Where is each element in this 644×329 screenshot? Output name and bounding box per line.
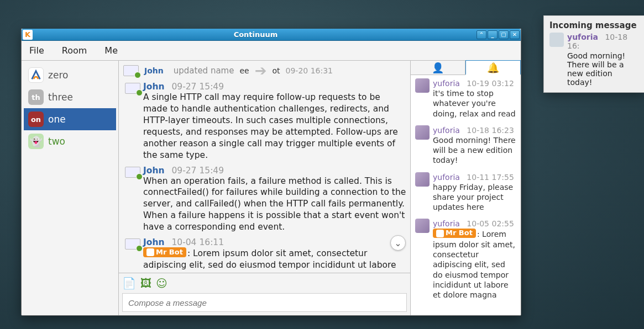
room-label: two xyxy=(48,136,112,147)
chevron-down-icon: ⌄ xyxy=(394,238,401,248)
message-list[interactable]: John updated name ee ➔ ot 09-20 16:31 Jo… xyxy=(119,61,410,273)
notification-text: Mr Bot: Lorem ipsum dolor sit amet, cons… xyxy=(433,229,516,300)
room-three[interactable]: th three xyxy=(24,86,116,108)
avatar xyxy=(415,172,430,187)
message-text: Mr Bot: Lorem ipsum dolor sit amet, cons… xyxy=(143,247,407,273)
bot-badge: Mr Bot xyxy=(143,247,186,257)
rooms-list: zero th three on one 👻 two xyxy=(22,61,119,315)
avatar-thumb xyxy=(125,167,140,178)
notification-text: it's time to stop whatever you're doing,… xyxy=(433,88,516,119)
notification-list[interactable]: yuforia 10-19 03:12 it's time to stop wh… xyxy=(411,75,521,315)
notification-item[interactable]: yuforia 10-05 02:55 Mr Bot: Lorem ipsum … xyxy=(411,215,521,303)
window-shade-button[interactable]: ⌃ xyxy=(477,30,486,39)
tab-notifications[interactable]: 🔔 xyxy=(465,60,521,75)
avatar xyxy=(549,33,564,47)
app-window: K Continuum ⌃ _ ▢ ✕ File Room Me zero xyxy=(21,29,521,316)
attach-file-icon[interactable]: 📄 xyxy=(122,277,136,290)
avatar-thumb xyxy=(125,83,140,94)
right-panel-tabs: 👤 🔔 xyxy=(411,61,521,75)
event-time: 09-20 16:31 xyxy=(286,66,333,75)
message-time: 09-27 15:49 xyxy=(171,166,224,176)
menubar: File Room Me xyxy=(22,41,521,61)
event-from: ee xyxy=(239,66,249,75)
message-text: When an operation fails, a failure metho… xyxy=(143,176,407,234)
event-action: updated name xyxy=(174,66,234,76)
scroll-to-bottom-button[interactable]: ⌄ xyxy=(390,235,406,251)
notification-item[interactable]: yuforia 10-19 03:12 it's time to stop wh… xyxy=(411,75,521,122)
menu-room[interactable]: Room xyxy=(62,45,87,56)
message-sender: John xyxy=(143,166,165,176)
message-time: 10-04 16:11 xyxy=(171,237,224,247)
person-icon: 👤 xyxy=(432,62,444,73)
window-close-button[interactable]: ✕ xyxy=(510,30,520,39)
notification-text: happy Friday, please share your project … xyxy=(433,182,516,213)
tab-members[interactable]: 👤 xyxy=(411,61,465,75)
menu-me[interactable]: Me xyxy=(104,45,118,56)
emoji-icon[interactable]: ☺ xyxy=(156,277,167,290)
room-label: three xyxy=(48,92,112,103)
message-sender: John xyxy=(143,82,165,92)
room-avatar-icon xyxy=(30,69,42,81)
window-maximize-button[interactable]: ▢ xyxy=(499,30,509,39)
event-to: ot xyxy=(272,66,280,75)
notification-item[interactable]: yuforia 10-11 17:55 happy Friday, please… xyxy=(411,169,521,216)
avatar xyxy=(415,219,430,233)
room-label: zero xyxy=(48,70,112,81)
system-event: John updated name ee ➔ ot 09-20 16:31 xyxy=(121,64,408,79)
toast-notification[interactable]: Incoming message yuforia 10-18 16: Good … xyxy=(543,15,644,93)
room-one[interactable]: on one xyxy=(24,108,116,130)
toast-title: Incoming message xyxy=(549,20,638,30)
room-label: one xyxy=(48,114,112,125)
notification-item[interactable]: yuforia 10-18 16:23 Good morning! There … xyxy=(411,122,521,169)
toast-text: Good morning! There will be a new editio… xyxy=(567,51,638,87)
workspace: zero th three on one 👻 two J xyxy=(22,61,521,315)
message-time: 09-27 15:49 xyxy=(171,82,224,92)
message-text: A single HTTP call may require follow-up… xyxy=(143,92,407,161)
ghost-icon: 👻 xyxy=(30,136,42,147)
window-minimize-button[interactable]: _ xyxy=(488,30,498,39)
room-zero[interactable]: zero xyxy=(24,64,116,86)
message-sender: John xyxy=(143,237,165,247)
menu-file[interactable]: File xyxy=(29,45,44,56)
avatar-thumb xyxy=(125,238,140,250)
notification-text: Good morning! There will be a new editio… xyxy=(433,135,516,166)
message: John 10-04 16:11 Mr Bot: Lorem ipsum dol… xyxy=(121,235,408,273)
composer: 📄 🖼 ☺ xyxy=(119,273,410,315)
bell-icon: 🔔 xyxy=(487,62,499,73)
avatar xyxy=(415,78,430,93)
window-title: Continuum xyxy=(35,30,477,39)
bot-badge: Mr Bot xyxy=(433,229,476,238)
room-two[interactable]: 👻 two xyxy=(24,130,116,152)
compose-input[interactable] xyxy=(122,293,407,312)
message: John 09-27 15:49 When an operation fails… xyxy=(121,163,408,236)
avatar xyxy=(415,125,430,140)
avatar-thumb xyxy=(123,65,139,76)
event-sender: John xyxy=(144,66,164,75)
titlebar[interactable]: K Continuum ⌃ _ ▢ ✕ xyxy=(22,29,521,41)
app-icon: K xyxy=(23,30,33,40)
attach-image-icon[interactable]: 🖼 xyxy=(140,277,151,290)
toast-sender: yuforia xyxy=(567,33,598,41)
conversation-pane: John updated name ee ➔ ot 09-20 16:31 Jo… xyxy=(119,61,410,315)
message: John 09-27 15:49 A single HTTP call may … xyxy=(121,79,408,163)
right-panel: 👤 🔔 yuforia 10-19 03:12 it's time to sto… xyxy=(410,61,521,315)
